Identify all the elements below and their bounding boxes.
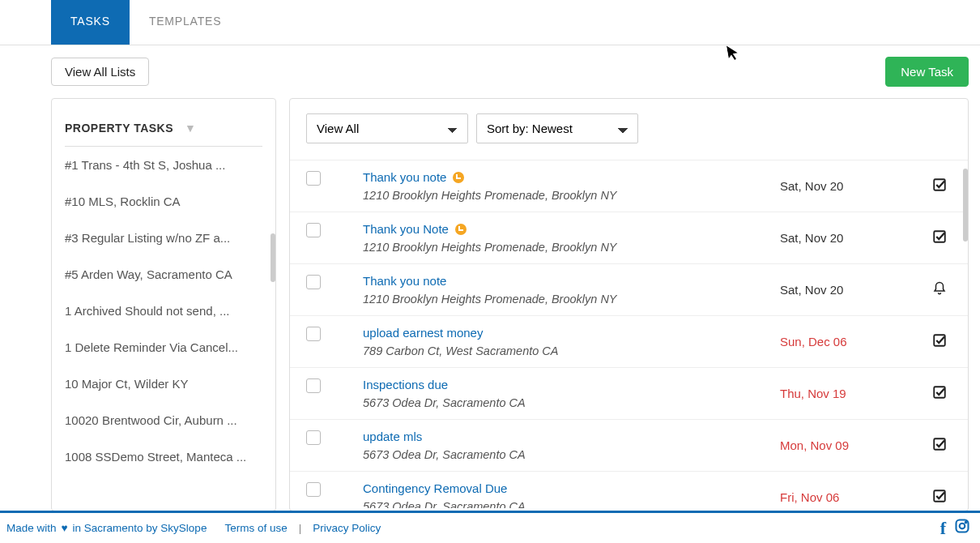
task-row: Contingency Removal Due5673 Odea Dr, Sac… <box>290 472 968 508</box>
task-main: Thank you Note1210 Brooklyn Heights Prom… <box>363 222 770 254</box>
sidebar-scrollbar[interactable] <box>271 233 275 282</box>
task-main: Inspections due5673 Odea Dr, Sacramento … <box>363 378 770 409</box>
task-list[interactable]: Thank you note1210 Brooklyn Heights Prom… <box>290 160 968 508</box>
task-row: Thank you note1210 Brooklyn Heights Prom… <box>290 264 968 316</box>
svg-point-8 <box>965 521 967 523</box>
chevron-down-icon: ▼ <box>185 122 196 135</box>
sidebar-title: PROPERTY TASKS <box>65 122 173 135</box>
tabs-row: TASKS TEMPLATES <box>0 0 980 45</box>
privacy-link[interactable]: Privacy Policy <box>313 522 381 534</box>
task-main: upload earnest money789 Carbon Ct, West … <box>363 326 770 357</box>
task-row: Thank you Note1210 Brooklyn Heights Prom… <box>290 212 968 264</box>
task-title[interactable]: Contingency Removal Due <box>363 481 770 495</box>
sidebar-item[interactable]: 10020 Brentwood Cir, Auburn ... <box>65 402 262 438</box>
task-checkbox[interactable] <box>306 171 321 186</box>
task-address: 1210 Brooklyn Heights Promenade, Brookly… <box>363 189 770 202</box>
task-address: 5673 Odea Dr, Sacramento CA <box>363 448 770 461</box>
view-filter-select[interactable]: View All <box>306 113 468 143</box>
check-square-icon[interactable] <box>927 437 952 454</box>
task-title-text: update mls <box>363 430 422 443</box>
task-date: Sun, Dec 06 <box>780 335 918 348</box>
task-checkbox[interactable] <box>306 223 321 237</box>
task-title-text: Contingency Removal Due <box>363 481 507 495</box>
footer-made-prefix: Made with <box>6 522 57 534</box>
task-main: Thank you note1210 Brooklyn Heights Prom… <box>363 274 770 306</box>
tasks-panel: View All Sort by: Newest Thank you note1… <box>289 98 969 511</box>
svg-point-7 <box>960 523 965 528</box>
sidebar-item[interactable]: 10 Major Ct, Wilder KY <box>65 366 262 402</box>
task-date: Mon, Nov 09 <box>780 438 918 452</box>
task-title[interactable]: Thank you note <box>363 274 770 288</box>
task-checkbox[interactable] <box>306 482 321 497</box>
task-checkbox[interactable] <box>306 275 321 289</box>
task-main: Thank you note1210 Brooklyn Heights Prom… <box>363 170 770 202</box>
task-address: 5673 Odea Dr, Sacramento CA <box>363 396 770 409</box>
toolbar: View All Lists New Task <box>0 45 980 98</box>
task-title-text: Thank you Note <box>363 222 449 236</box>
task-row: upload earnest money789 Carbon Ct, West … <box>290 316 968 368</box>
sidebar-item[interactable]: 1 Archived Should not send, ... <box>65 293 262 329</box>
facebook-icon[interactable]: f <box>940 518 946 539</box>
view-all-lists-button[interactable]: View All Lists <box>51 58 149 86</box>
new-task-button[interactable]: New Task <box>885 57 969 87</box>
task-title-text: Inspections due <box>363 378 448 391</box>
tab-tasks[interactable]: TASKS <box>51 0 130 45</box>
sidebar-item[interactable]: 1008 SSDemo Street, Manteca ... <box>65 438 262 475</box>
heart-icon: ♥ <box>62 522 68 534</box>
sidebar-item[interactable]: #10 MLS, Rocklin CA <box>65 183 262 220</box>
task-date: Sat, Nov 20 <box>780 179 918 193</box>
check-square-icon[interactable] <box>927 333 952 350</box>
check-square-icon[interactable] <box>927 229 952 246</box>
clock-icon <box>455 224 467 235</box>
task-date: Sat, Nov 20 <box>780 283 918 297</box>
task-main: update mls5673 Odea Dr, Sacramento CA <box>363 430 770 461</box>
task-title-text: Thank you note <box>363 170 446 184</box>
filters-row: View All Sort by: Newest <box>290 113 968 160</box>
task-main: Contingency Removal Due5673 Odea Dr, Sac… <box>363 481 770 508</box>
task-title[interactable]: update mls <box>363 430 770 443</box>
property-tasks-sidebar: PROPERTY TASKS ▼ #1 Trans - 4th St S, Jo… <box>51 98 276 511</box>
task-title-text: Thank you note <box>363 274 446 288</box>
task-address: 1210 Brooklyn Heights Promenade, Brookly… <box>363 293 770 306</box>
task-row: Thank you note1210 Brooklyn Heights Prom… <box>290 160 968 212</box>
task-address: 1210 Brooklyn Heights Promenade, Brookly… <box>363 241 770 254</box>
task-title[interactable]: Thank you note <box>363 170 770 184</box>
footer-made-suffix: in Sacramento by SkySlope <box>73 522 207 534</box>
task-address: 789 Carbon Ct, West Sacramento CA <box>363 344 770 357</box>
clock-icon <box>453 172 464 183</box>
task-checkbox[interactable] <box>306 430 321 445</box>
bell-icon[interactable] <box>927 281 952 298</box>
check-square-icon[interactable] <box>927 385 952 402</box>
sidebar-item[interactable]: #1 Trans - 4th St S, Joshua ... <box>65 147 262 183</box>
sidebar-item[interactable]: #5 Arden Way, Sacramento CA <box>65 256 262 293</box>
task-title[interactable]: Thank you Note <box>363 222 770 236</box>
task-date: Thu, Nov 19 <box>780 387 918 400</box>
tab-templates[interactable]: TEMPLATES <box>130 0 241 45</box>
sidebar-header[interactable]: PROPERTY TASKS ▼ <box>65 99 262 147</box>
check-square-icon[interactable] <box>927 177 952 195</box>
task-row: Inspections due5673 Odea Dr, Sacramento … <box>290 368 968 420</box>
task-address: 5673 Odea Dr, Sacramento CA <box>363 500 770 508</box>
task-checkbox[interactable] <box>306 327 321 341</box>
terms-link[interactable]: Terms of use <box>224 522 287 534</box>
task-title-text: upload earnest money <box>363 326 483 340</box>
footer: Made with ♥ in Sacramento by SkySlope Te… <box>0 511 980 543</box>
task-title[interactable]: Inspections due <box>363 378 770 391</box>
tasks-scrollbar[interactable] <box>963 169 968 242</box>
task-row: update mls5673 Odea Dr, Sacramento CAMon… <box>290 420 968 472</box>
sort-select[interactable]: Sort by: Newest <box>476 113 638 143</box>
task-date: Fri, Nov 06 <box>780 490 918 504</box>
instagram-icon[interactable] <box>954 518 970 539</box>
sidebar-item[interactable]: 1 Delete Reminder Via Cancel... <box>65 329 262 366</box>
task-date: Sat, Nov 20 <box>780 231 918 245</box>
task-checkbox[interactable] <box>306 378 321 393</box>
footer-separator: | <box>299 522 302 534</box>
sidebar-item[interactable]: #3 Regular Listing w/no ZF a... <box>65 220 262 256</box>
check-square-icon[interactable] <box>927 489 952 506</box>
task-title[interactable]: upload earnest money <box>363 326 770 340</box>
main-content: PROPERTY TASKS ▼ #1 Trans - 4th St S, Jo… <box>0 98 980 511</box>
